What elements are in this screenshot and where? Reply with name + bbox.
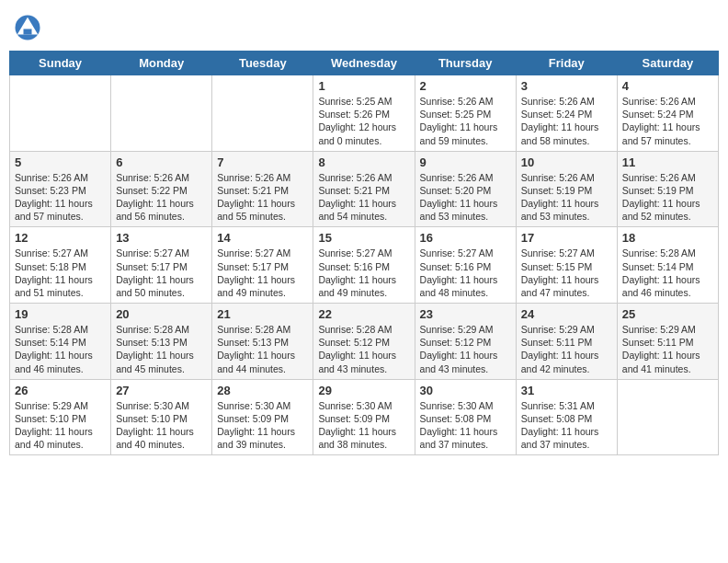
calendar-cell: 18Sunrise: 5:28 AM Sunset: 5:14 PM Dayli… — [617, 227, 718, 304]
day-number: 1 — [318, 79, 409, 93]
calendar-cell: 29Sunrise: 5:30 AM Sunset: 5:09 PM Dayli… — [313, 379, 415, 455]
day-number: 10 — [521, 155, 612, 169]
calendar-cell: 2Sunrise: 5:26 AM Sunset: 5:25 PM Daylig… — [415, 75, 516, 152]
day-number: 22 — [318, 307, 409, 321]
day-number: 30 — [420, 384, 511, 397]
header — [9, 9, 719, 41]
calendar-cell: 6Sunrise: 5:26 AM Sunset: 5:22 PM Daylig… — [111, 151, 212, 227]
calendar-header-wednesday: Wednesday — [313, 52, 415, 75]
calendar-week-3: 12Sunrise: 5:27 AM Sunset: 5:18 PM Dayli… — [10, 227, 719, 304]
calendar-cell: 8Sunrise: 5:26 AM Sunset: 5:21 PM Daylig… — [313, 151, 415, 227]
day-number: 3 — [521, 79, 612, 93]
day-info: Sunrise: 5:26 AM Sunset: 5:25 PM Dayligh… — [420, 95, 511, 147]
day-info: Sunrise: 5:27 AM Sunset: 5:16 PM Dayligh… — [420, 247, 511, 299]
calendar-cell: 17Sunrise: 5:27 AM Sunset: 5:15 PM Dayli… — [516, 227, 617, 304]
calendar-cell: 9Sunrise: 5:26 AM Sunset: 5:20 PM Daylig… — [415, 151, 516, 227]
day-info: Sunrise: 5:28 AM Sunset: 5:12 PM Dayligh… — [318, 323, 409, 375]
day-info: Sunrise: 5:27 AM Sunset: 5:18 PM Dayligh… — [15, 247, 106, 299]
day-number: 9 — [420, 155, 511, 169]
calendar-cell: 5Sunrise: 5:26 AM Sunset: 5:23 PM Daylig… — [10, 151, 111, 227]
calendar-cell: 1Sunrise: 5:25 AM Sunset: 5:26 PM Daylig… — [313, 75, 415, 152]
day-number: 13 — [116, 231, 207, 245]
day-info: Sunrise: 5:29 AM Sunset: 5:10 PM Dayligh… — [15, 399, 106, 452]
calendar-cell: 16Sunrise: 5:27 AM Sunset: 5:16 PM Dayli… — [415, 227, 516, 304]
day-info: Sunrise: 5:28 AM Sunset: 5:14 PM Dayligh… — [15, 323, 106, 375]
day-info: Sunrise: 5:30 AM Sunset: 5:08 PM Dayligh… — [420, 399, 511, 452]
day-number: 5 — [15, 155, 106, 169]
day-info: Sunrise: 5:28 AM Sunset: 5:13 PM Dayligh… — [116, 323, 207, 375]
day-number: 18 — [622, 231, 713, 245]
day-info: Sunrise: 5:26 AM Sunset: 5:21 PM Dayligh… — [318, 171, 409, 224]
page: SundayMondayTuesdayWednesdayThursdayFrid… — [0, 0, 728, 563]
calendar-cell: 22Sunrise: 5:28 AM Sunset: 5:12 PM Dayli… — [313, 304, 415, 380]
logo — [14, 14, 45, 41]
calendar-header-thursday: Thursday — [415, 52, 516, 75]
day-info: Sunrise: 5:31 AM Sunset: 5:08 PM Dayligh… — [521, 399, 612, 452]
calendar-week-4: 19Sunrise: 5:28 AM Sunset: 5:14 PM Dayli… — [10, 304, 719, 380]
calendar-cell: 26Sunrise: 5:29 AM Sunset: 5:10 PM Dayli… — [10, 379, 111, 455]
day-number: 2 — [420, 79, 511, 93]
day-info: Sunrise: 5:26 AM Sunset: 5:23 PM Dayligh… — [15, 171, 106, 224]
calendar-header-sunday: Sunday — [10, 52, 111, 75]
calendar-cell: 24Sunrise: 5:29 AM Sunset: 5:11 PM Dayli… — [516, 304, 617, 380]
calendar-cell: 11Sunrise: 5:26 AM Sunset: 5:19 PM Dayli… — [617, 151, 718, 227]
day-info: Sunrise: 5:29 AM Sunset: 5:11 PM Dayligh… — [622, 323, 713, 375]
calendar-cell: 20Sunrise: 5:28 AM Sunset: 5:13 PM Dayli… — [111, 304, 212, 380]
day-info: Sunrise: 5:30 AM Sunset: 5:09 PM Dayligh… — [318, 399, 409, 452]
day-info: Sunrise: 5:29 AM Sunset: 5:11 PM Dayligh… — [521, 323, 612, 375]
day-number: 26 — [15, 384, 106, 397]
day-number: 12 — [15, 231, 106, 245]
day-number: 16 — [420, 231, 511, 245]
day-number: 20 — [116, 307, 207, 321]
day-number: 24 — [521, 307, 612, 321]
day-number: 15 — [318, 231, 409, 245]
day-info: Sunrise: 5:26 AM Sunset: 5:19 PM Dayligh… — [622, 171, 713, 224]
calendar-header-saturday: Saturday — [617, 52, 718, 75]
calendar-header-monday: Monday — [111, 52, 212, 75]
day-info: Sunrise: 5:27 AM Sunset: 5:15 PM Dayligh… — [521, 247, 612, 299]
day-info: Sunrise: 5:26 AM Sunset: 5:24 PM Dayligh… — [521, 95, 612, 147]
day-info: Sunrise: 5:30 AM Sunset: 5:10 PM Dayligh… — [116, 399, 207, 452]
day-info: Sunrise: 5:26 AM Sunset: 5:22 PM Dayligh… — [116, 171, 207, 224]
day-info: Sunrise: 5:26 AM Sunset: 5:20 PM Dayligh… — [420, 171, 511, 224]
calendar-cell: 13Sunrise: 5:27 AM Sunset: 5:17 PM Dayli… — [111, 227, 212, 304]
calendar-cell: 15Sunrise: 5:27 AM Sunset: 5:16 PM Dayli… — [313, 227, 415, 304]
day-number: 6 — [116, 155, 207, 169]
day-number: 21 — [217, 307, 308, 321]
calendar-cell: 4Sunrise: 5:26 AM Sunset: 5:24 PM Daylig… — [617, 75, 718, 152]
calendar-cell: 14Sunrise: 5:27 AM Sunset: 5:17 PM Dayli… — [212, 227, 313, 304]
day-info: Sunrise: 5:26 AM Sunset: 5:24 PM Dayligh… — [622, 95, 713, 147]
day-info: Sunrise: 5:29 AM Sunset: 5:12 PM Dayligh… — [420, 323, 511, 375]
day-number: 8 — [318, 155, 409, 169]
day-info: Sunrise: 5:25 AM Sunset: 5:26 PM Dayligh… — [318, 95, 409, 147]
day-number: 17 — [521, 231, 612, 245]
day-number: 19 — [15, 307, 106, 321]
day-info: Sunrise: 5:27 AM Sunset: 5:17 PM Dayligh… — [116, 247, 207, 299]
calendar-header-friday: Friday — [516, 52, 617, 75]
calendar-header-tuesday: Tuesday — [212, 52, 313, 75]
calendar-cell: 28Sunrise: 5:30 AM Sunset: 5:09 PM Dayli… — [212, 379, 313, 455]
day-number: 14 — [217, 231, 308, 245]
calendar-cell: 10Sunrise: 5:26 AM Sunset: 5:19 PM Dayli… — [516, 151, 617, 227]
day-number: 7 — [217, 155, 308, 169]
day-info: Sunrise: 5:30 AM Sunset: 5:09 PM Dayligh… — [217, 399, 308, 452]
day-number: 29 — [318, 384, 409, 397]
day-number: 11 — [622, 155, 713, 169]
calendar-header-row: SundayMondayTuesdayWednesdayThursdayFrid… — [10, 52, 719, 75]
calendar-cell: 30Sunrise: 5:30 AM Sunset: 5:08 PM Dayli… — [415, 379, 516, 455]
calendar-cell: 19Sunrise: 5:28 AM Sunset: 5:14 PM Dayli… — [10, 304, 111, 380]
calendar-cell: 31Sunrise: 5:31 AM Sunset: 5:08 PM Dayli… — [516, 379, 617, 455]
calendar-cell: 23Sunrise: 5:29 AM Sunset: 5:12 PM Dayli… — [415, 304, 516, 380]
day-number: 27 — [116, 384, 207, 397]
logo-icon — [14, 14, 41, 41]
calendar-cell: 7Sunrise: 5:26 AM Sunset: 5:21 PM Daylig… — [212, 151, 313, 227]
calendar-cell: 27Sunrise: 5:30 AM Sunset: 5:10 PM Dayli… — [111, 379, 212, 455]
svg-rect-2 — [24, 29, 32, 35]
calendar-cell: 21Sunrise: 5:28 AM Sunset: 5:13 PM Dayli… — [212, 304, 313, 380]
day-number: 28 — [217, 384, 308, 397]
calendar-week-5: 26Sunrise: 5:29 AM Sunset: 5:10 PM Dayli… — [10, 379, 719, 455]
calendar-cell — [111, 75, 212, 152]
day-number: 31 — [521, 384, 612, 397]
day-number: 23 — [420, 307, 511, 321]
calendar-cell: 3Sunrise: 5:26 AM Sunset: 5:24 PM Daylig… — [516, 75, 617, 152]
